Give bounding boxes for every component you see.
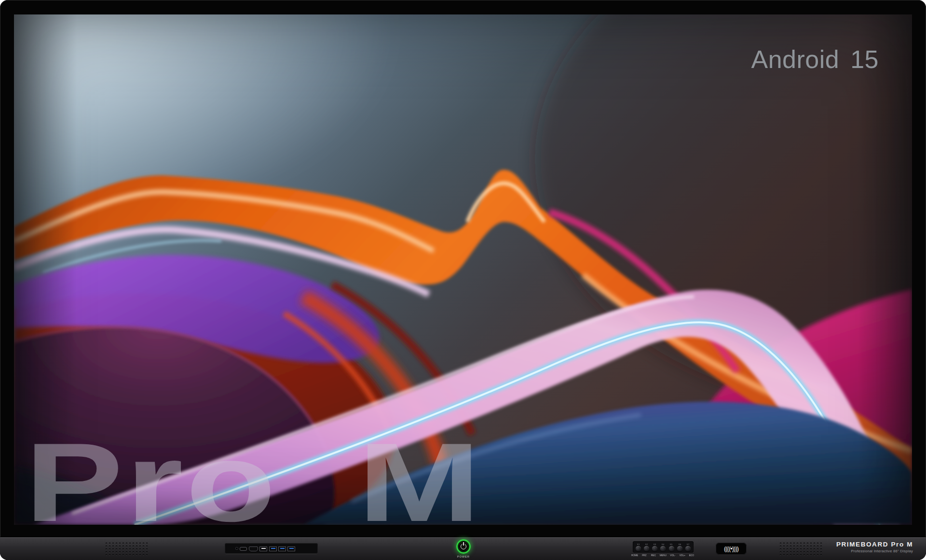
key-label-eco: ECO bbox=[688, 554, 695, 557]
key-button-vol-up[interactable] bbox=[677, 546, 682, 551]
power-button[interactable] bbox=[456, 539, 471, 554]
key-id-label: K2 bbox=[645, 544, 648, 546]
key-id-label: K7 bbox=[687, 544, 689, 546]
key-button-record[interactable] bbox=[652, 546, 657, 551]
power-label: POWER bbox=[449, 555, 478, 558]
key-label-vol-up: VOL+ bbox=[679, 554, 686, 557]
interactive-display-device: Android 15 Pro M USB HDMI TOUCH USB USB … bbox=[0, 0, 926, 560]
mic-hole bbox=[236, 547, 238, 549]
usb-port-2 bbox=[278, 546, 286, 551]
power-control: POWER bbox=[447, 539, 480, 558]
key-label-record: REC bbox=[650, 554, 657, 557]
key-button-freeze[interactable] bbox=[644, 546, 649, 551]
speaker-grille-right bbox=[779, 542, 823, 556]
key-label-menu: MENU bbox=[659, 554, 667, 557]
key-button-home[interactable] bbox=[636, 546, 641, 551]
usb-c-port bbox=[240, 547, 247, 551]
usb-touch-port bbox=[259, 546, 267, 551]
android-version-badge: Android 15 bbox=[751, 45, 879, 74]
key-id-label: K3 bbox=[654, 544, 656, 546]
key-label-freeze: FRZ bbox=[640, 554, 648, 557]
key-label-vol-down: VOL- bbox=[669, 554, 677, 557]
hdmi-port bbox=[249, 546, 258, 551]
key-button-vol-down[interactable] bbox=[669, 546, 674, 551]
nfc-touch-area[interactable]: ((((•)))) bbox=[716, 543, 747, 555]
key-button-menu[interactable] bbox=[660, 546, 666, 551]
nfc-signal-icon: ((((•)))) bbox=[724, 546, 738, 552]
key-id-label: K1 bbox=[637, 544, 640, 546]
key-id-label: K5 bbox=[670, 544, 673, 546]
front-control-bar: USB HDMI TOUCH USB USB USB POWER K1 K2 K… bbox=[0, 537, 926, 560]
speaker-grille-left bbox=[105, 542, 149, 556]
key-id-label: K6 bbox=[679, 544, 681, 546]
key-button-eco[interactable] bbox=[685, 546, 691, 551]
brand-tagline: Professional Interactive 86" Display bbox=[836, 549, 913, 553]
model-watermark: Pro M bbox=[25, 426, 483, 525]
screen: Android 15 Pro M bbox=[14, 14, 912, 525]
brand-name: PRIMEBOARD Pro M bbox=[836, 541, 913, 548]
function-keys-labels: HOME FRZ REC MENU VOL- VOL+ ECO bbox=[630, 554, 696, 557]
power-icon bbox=[461, 544, 466, 549]
brand-block: PRIMEBOARD Pro M Professional Interactiv… bbox=[836, 541, 913, 553]
function-keys-panel: K1 K2 K3 K4 K5 K6 K7 bbox=[633, 541, 694, 553]
usb-port-3 bbox=[287, 546, 295, 551]
key-id-label: K4 bbox=[662, 544, 665, 546]
usb-port-1 bbox=[269, 546, 277, 551]
key-label-home: HOME bbox=[631, 554, 639, 557]
port-panel: USB HDMI TOUCH USB USB USB bbox=[225, 543, 318, 554]
